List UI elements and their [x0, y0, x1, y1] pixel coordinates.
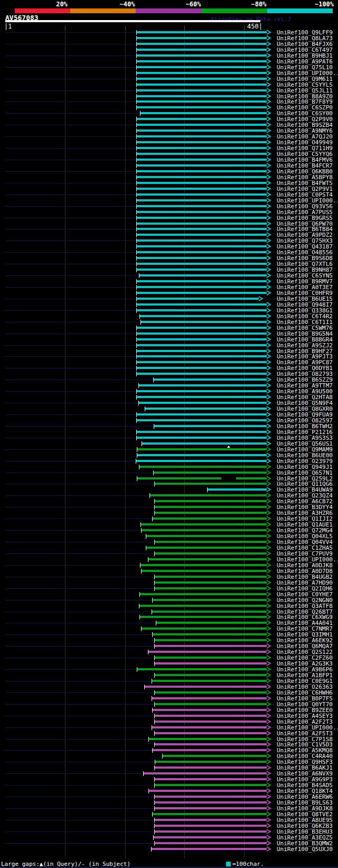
hit-alignment-bar[interactable]: [137, 135, 267, 137]
hit-alignment-bar[interactable]: [139, 274, 267, 276]
hit-alignment-bar[interactable]: [145, 408, 267, 410]
hit-alignment-bar[interactable]: [142, 529, 267, 531]
hit-alignment-bar[interactable]: [137, 211, 267, 213]
hit-alignment-bar[interactable]: [154, 836, 267, 838]
hit-alignment-bar[interactable]: [140, 315, 267, 317]
hit-alignment-bar[interactable]: [155, 576, 267, 578]
hit-alignment-bar[interactable]: [155, 657, 267, 659]
hit-alignment-bar[interactable]: [137, 390, 267, 392]
hit-alignment-bar[interactable]: [155, 830, 267, 833]
hit-alignment-bar[interactable]: [152, 680, 267, 682]
hit-alignment-bar[interactable]: [155, 801, 267, 804]
hit-alignment-bar[interactable]: [155, 581, 267, 584]
hit-alignment-bar[interactable]: [137, 31, 267, 33]
hit-alignment-bar[interactable]: [137, 477, 267, 479]
hit-alignment-bar[interactable]: [155, 784, 267, 786]
hit-alignment-bar[interactable]: [137, 437, 267, 439]
hit-alignment-bar[interactable]: [142, 442, 267, 445]
hit-alignment-bar[interactable]: [141, 321, 267, 323]
hit-alignment-bar[interactable]: [152, 697, 267, 699]
hit-alignment-bar[interactable]: [155, 761, 267, 763]
hit-alignment-bar[interactable]: [137, 118, 267, 120]
hit-alignment-bar[interactable]: [155, 767, 267, 769]
hit-alignment-bar[interactable]: [155, 819, 267, 821]
hit-alignment-bar[interactable]: [155, 587, 267, 589]
hit-alignment-bar[interactable]: [137, 355, 267, 357]
hit-alignment-bar[interactable]: [145, 686, 267, 688]
hit-alignment-bar[interactable]: [137, 141, 267, 143]
hit-alignment-bar[interactable]: [137, 257, 267, 259]
hit-alignment-bar[interactable]: [155, 645, 267, 647]
hit-alignment-bar[interactable]: [152, 611, 267, 613]
hit-alignment-bar[interactable]: [140, 593, 267, 595]
hit-alignment-bar[interactable]: [142, 627, 267, 630]
hit-alignment-bar[interactable]: [137, 84, 267, 86]
hit-alignment-bar[interactable]: [137, 303, 267, 306]
hit-alignment-bar[interactable]: [137, 60, 267, 62]
hit-alignment-bar[interactable]: [137, 205, 267, 207]
hit-alignment-bar[interactable]: [137, 176, 267, 178]
hit-alignment-bar[interactable]: [137, 327, 267, 329]
hit-alignment-bar[interactable]: [137, 159, 267, 161]
hit-alignment-bar[interactable]: [137, 419, 267, 421]
hit-alignment-bar[interactable]: [137, 66, 267, 68]
hit-alignment-bar[interactable]: [137, 367, 267, 369]
hit-alignment-bar[interactable]: [137, 147, 267, 149]
hit-alignment-bar[interactable]: [137, 170, 267, 172]
hit-alignment-bar[interactable]: [152, 848, 267, 850]
hit-alignment-bar[interactable]: [139, 402, 267, 404]
hit-alignment-bar[interactable]: [154, 425, 267, 427]
hit-alignment-bar[interactable]: [140, 616, 267, 618]
hit-alignment-bar[interactable]: [137, 106, 267, 108]
hit-alignment-bar[interactable]: [146, 547, 267, 549]
hit-alignment-bar[interactable]: [153, 599, 267, 601]
hit-alignment-bar[interactable]: [137, 43, 267, 45]
hit-alignment-bar[interactable]: [137, 668, 267, 670]
hit-alignment-bar[interactable]: [149, 738, 267, 740]
hit-alignment-bar[interactable]: [137, 344, 267, 346]
hit-alignment-bar[interactable]: [137, 153, 267, 155]
hit-alignment-bar[interactable]: [137, 72, 267, 74]
hit-alignment-bar[interactable]: [137, 95, 267, 97]
hit-alignment-bar[interactable]: [137, 199, 267, 201]
hit-alignment-bar[interactable]: [137, 373, 267, 375]
hit-alignment-bar[interactable]: [140, 112, 267, 114]
hit-label[interactable]: UniRef100_Q5UXJ0: [277, 846, 333, 852]
hit-alignment-bar[interactable]: [137, 413, 267, 415]
hit-alignment-bar[interactable]: [149, 790, 267, 792]
hit-alignment-bar[interactable]: [148, 558, 267, 560]
hit-alignment-bar[interactable]: [150, 494, 267, 496]
hit-alignment-bar[interactable]: [146, 535, 267, 537]
hit-alignment-bar[interactable]: [137, 292, 267, 294]
hit-alignment-bar[interactable]: [137, 37, 267, 39]
hit-alignment-bar[interactable]: [155, 721, 267, 723]
hit-alignment-bar[interactable]: [137, 338, 267, 340]
hit-alignment-bar[interactable]: [153, 518, 267, 520]
hit-alignment-bar[interactable]: [137, 263, 267, 265]
hit-alignment-bar[interactable]: [137, 280, 267, 282]
hit-alignment-bar[interactable]: [144, 772, 267, 774]
hit-alignment-bar[interactable]: [208, 488, 267, 491]
hit-alignment-bar[interactable]: [137, 89, 267, 91]
hit-alignment-bar[interactable]: [139, 605, 267, 607]
hit-alignment-bar[interactable]: [137, 361, 267, 363]
hit-alignment-bar[interactable]: [141, 523, 267, 525]
hit-alignment-bar[interactable]: [137, 309, 267, 311]
hit-alignment-bar[interactable]: [155, 807, 267, 809]
hit-alignment-bar[interactable]: [137, 223, 267, 225]
hit-alignment-bar[interactable]: [137, 188, 267, 190]
hit-alignment-bar[interactable]: [148, 651, 267, 653]
hit-alignment-bar[interactable]: [155, 512, 267, 514]
hit-alignment-bar[interactable]: [153, 709, 267, 711]
hit-alignment-bar[interactable]: [137, 193, 267, 196]
hit-alignment-bar[interactable]: [137, 350, 267, 352]
hit-alignment-bar[interactable]: [153, 749, 267, 751]
hit-alignment-bar[interactable]: [137, 245, 267, 247]
hit-alignment-bar[interactable]: [137, 100, 267, 103]
hit-alignment-bar[interactable]: [152, 726, 267, 728]
hit-alignment-bar[interactable]: [137, 78, 267, 80]
hit-alignment-bar[interactable]: [137, 396, 267, 398]
hit-alignment-bar[interactable]: [137, 124, 267, 126]
hit-alignment-bar[interactable]: [137, 182, 267, 184]
hit-alignment-bar[interactable]: [155, 703, 267, 705]
